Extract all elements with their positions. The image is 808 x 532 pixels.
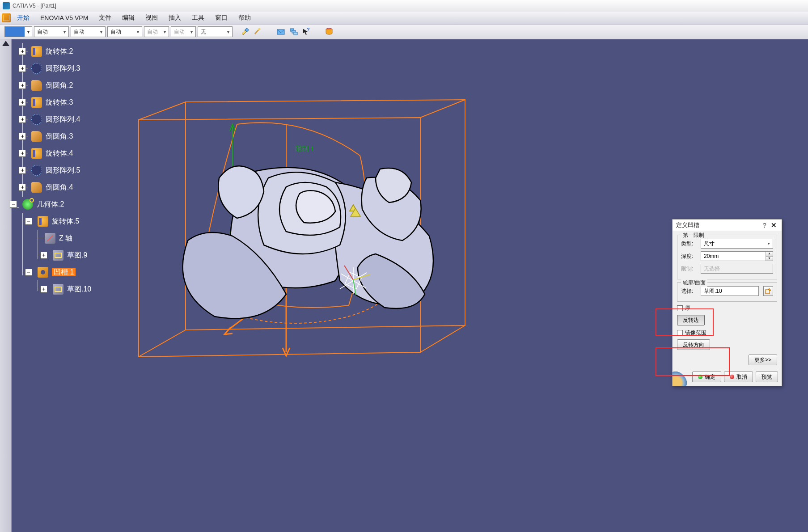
depth-spinner[interactable]: 20mm▲▼ bbox=[701, 251, 773, 261]
mirror-checkbox[interactable]: 镜像范围 bbox=[677, 329, 777, 337]
sketch-icon bbox=[53, 284, 63, 295]
svg-line-10 bbox=[420, 325, 465, 352]
color-picker[interactable]: ▾ bbox=[4, 26, 32, 37]
collapse-icon[interactable]: − bbox=[25, 218, 32, 225]
pattern-icon bbox=[31, 63, 42, 74]
expand-icon[interactable]: + bbox=[40, 252, 47, 259]
menu-insert[interactable]: 插入 bbox=[163, 14, 186, 22]
ok-button[interactable]: 确定 bbox=[692, 372, 721, 382]
rotate-icon bbox=[31, 97, 42, 108]
svg-rect-5 bbox=[294, 32, 297, 35]
type-combo[interactable]: 尺寸▾ bbox=[701, 239, 773, 249]
expand-icon[interactable]: + bbox=[19, 184, 26, 191]
tree-node-zaxis[interactable]: Z 轴 bbox=[45, 230, 91, 247]
tree-node-body[interactable]: − 几何体.2 bbox=[10, 196, 91, 213]
expand-icon[interactable]: + bbox=[19, 116, 26, 123]
painter-icon[interactable] bbox=[240, 26, 250, 37]
mail-icon[interactable] bbox=[275, 26, 286, 37]
tree-node[interactable]: +旋转体.3 bbox=[19, 94, 91, 111]
expand-icon[interactable]: + bbox=[19, 150, 26, 157]
menu-view[interactable]: 视图 bbox=[140, 14, 163, 22]
expand-icon[interactable]: + bbox=[19, 65, 26, 72]
tree-label-selected: 凹槽.1 bbox=[52, 268, 76, 276]
tree-node-sketch10[interactable]: + 草图.10 bbox=[40, 281, 91, 298]
linetype-select-3[interactable]: 自动▾ bbox=[107, 26, 142, 37]
close-icon[interactable]: ✕ bbox=[769, 221, 778, 229]
data-icon[interactable] bbox=[324, 26, 334, 37]
reverse-side-button[interactable]: 反转边 bbox=[677, 315, 705, 325]
stack-icon[interactable] bbox=[288, 26, 299, 37]
tree-node[interactable]: +倒圆角.3 bbox=[19, 128, 91, 145]
tree-node-pocket1[interactable]: − 凹槽.1 bbox=[25, 264, 91, 281]
tree-node[interactable]: +圆形阵列.3 bbox=[19, 60, 91, 77]
cancel-button[interactable]: 取消 bbox=[724, 372, 753, 382]
menu-help[interactable]: 帮助 bbox=[233, 14, 256, 22]
expand-icon[interactable]: + bbox=[19, 167, 26, 174]
preview-button[interactable]: 预览 bbox=[756, 372, 778, 382]
tree-node-sketch9[interactable]: + 草图.9 bbox=[40, 247, 91, 264]
tree-node[interactable]: +圆形阵列.5 bbox=[19, 162, 91, 179]
document-icon[interactable] bbox=[2, 13, 11, 22]
menu-enovia[interactable]: ENOVIA V5 VPM bbox=[35, 14, 93, 21]
help-icon[interactable]: ? bbox=[760, 222, 769, 229]
svg-line-8 bbox=[139, 102, 186, 120]
expand-icon[interactable]: + bbox=[19, 133, 26, 140]
tree-label: 草图.10 bbox=[67, 286, 91, 293]
expand-icon[interactable]: + bbox=[40, 286, 47, 293]
expand-icon[interactable]: + bbox=[19, 48, 26, 55]
tree-node[interactable]: +旋转体.4 bbox=[19, 145, 91, 162]
svg-line-9 bbox=[420, 100, 465, 118]
tree-label: 旋转体.3 bbox=[46, 99, 73, 106]
app-logo bbox=[3, 2, 10, 9]
thick-checkbox[interactable]: 厚 bbox=[677, 304, 777, 312]
lineweight-1[interactable]: 自动▾ bbox=[144, 26, 169, 37]
thick-label: 厚 bbox=[685, 304, 690, 312]
reverse-direction-button[interactable]: 反转方向 bbox=[677, 339, 710, 350]
help-pointer-icon[interactable]: ? bbox=[300, 26, 311, 37]
transparency-select[interactable]: 无▾ bbox=[198, 26, 233, 37]
menu-start[interactable]: 开始 bbox=[14, 14, 35, 22]
tree-label: 几何体.2 bbox=[37, 201, 64, 208]
tree-node[interactable]: +圆形阵列.4 bbox=[19, 111, 91, 128]
collapse-icon[interactable]: − bbox=[25, 269, 32, 276]
more-button[interactable]: 更多>> bbox=[749, 355, 777, 365]
workspace: 20 限制 1 限制 2 bbox=[0, 39, 808, 532]
tree-node[interactable]: +倒圆角.2 bbox=[19, 77, 91, 94]
tree-label: 圆形阵列.5 bbox=[46, 167, 80, 174]
menu-file[interactable]: 文件 bbox=[93, 14, 117, 22]
tree-label: 倒圆角.2 bbox=[46, 82, 73, 89]
menu-tools[interactable]: 工具 bbox=[186, 14, 210, 22]
tree-label: 倒圆角.3 bbox=[46, 133, 73, 140]
group-legend: 第一限制 bbox=[681, 232, 706, 239]
sketch-icon bbox=[53, 250, 63, 261]
expand-icon[interactable]: + bbox=[19, 82, 26, 89]
menu-edit[interactable]: 编辑 bbox=[117, 14, 140, 22]
limit-field: 无选择 bbox=[701, 264, 773, 274]
title-bar: CATIA V5 - [Part1] bbox=[0, 0, 808, 12]
pattern-icon bbox=[31, 165, 42, 176]
tree-node-rotate5[interactable]: − 旋转体.5 bbox=[25, 213, 91, 230]
linetype-select-2[interactable]: 自动▾ bbox=[71, 26, 106, 37]
tree-label: 旋转体.2 bbox=[46, 48, 73, 55]
lineweight-2[interactable]: 自动▾ bbox=[171, 26, 196, 37]
linetype-select-1[interactable]: 自动▾ bbox=[34, 26, 69, 37]
rotate-icon bbox=[31, 46, 42, 57]
tree-node[interactable]: +倒圆角.4 bbox=[19, 179, 91, 196]
dialog-titlebar[interactable]: 定义凹槽 ? ✕ bbox=[673, 220, 782, 231]
tree-label: 圆形阵列.3 bbox=[46, 65, 80, 72]
spec-tree[interactable]: +旋转体.2+圆形阵列.3+倒圆角.2+旋转体.3+圆形阵列.4+倒圆角.3+旋… bbox=[19, 43, 91, 298]
brush-icon[interactable] bbox=[252, 26, 263, 37]
dialog-title: 定义凹槽 bbox=[676, 221, 760, 229]
limit-1-label: 限制 1 bbox=[295, 145, 314, 152]
expand-icon[interactable]: + bbox=[19, 99, 26, 106]
tree-label: 草图.9 bbox=[67, 252, 87, 259]
pattern-icon bbox=[31, 114, 42, 125]
menu-window[interactable]: 窗口 bbox=[210, 14, 233, 22]
tree-label: 圆形阵列.4 bbox=[46, 116, 80, 123]
collapse-icon[interactable]: − bbox=[10, 201, 17, 208]
sketch-button[interactable] bbox=[763, 286, 773, 296]
window-title: CATIA V5 - [Part1] bbox=[13, 3, 56, 9]
profile-field[interactable]: 草图.10 bbox=[701, 286, 759, 296]
depth-label: 深度: bbox=[681, 253, 698, 260]
tree-node[interactable]: +旋转体.2 bbox=[19, 43, 91, 60]
